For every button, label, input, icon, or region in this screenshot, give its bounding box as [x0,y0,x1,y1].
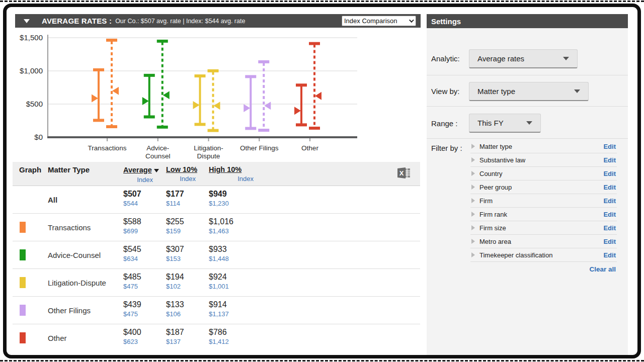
expand-triangle-icon[interactable] [471,225,475,230]
average-index-value[interactable]: $634 [123,255,166,262]
filter-item-row: Country Edit [470,167,617,180]
excel-export-icon[interactable]: X [397,167,420,186]
table-row: Other $400$623 $187$137 $786$1,412 [13,324,420,352]
average-index-value[interactable]: $699 [123,227,166,235]
average-value: $439 [123,300,166,309]
average-marker-icon [112,87,119,95]
expand-triangle-icon[interactable] [471,212,475,217]
low10-index-link[interactable]: Index [180,175,209,183]
average-index-value[interactable]: $544 [123,200,166,207]
svg-text:Advice-Counsel: Advice-Counsel [145,144,171,160]
high10-index-value[interactable]: $1,463 [209,227,267,235]
low10-sort-link[interactable]: Low 10% [166,165,209,173]
filter-by-label: Filter by : [431,144,462,152]
filter-edit-link[interactable]: Edit [603,251,616,259]
high10-value: $933 [209,245,267,254]
expand-triangle-icon[interactable] [471,171,475,176]
filter-item-label: Peer group [479,184,512,191]
col-average: Average Index [123,165,166,186]
high10-index-value[interactable]: $1,412 [209,338,267,345]
average-value: $507 [123,190,166,199]
filter-item-label: Metro area [479,238,511,245]
analytic-dropdown[interactable]: Average rates [469,49,578,68]
average-value: $485 [123,273,166,282]
filter-item-row: Timekeeper classification Edit [470,248,617,262]
low10-index-value[interactable]: $106 [166,310,209,318]
series-color-swatch [20,332,26,343]
low10-value: $133 [166,300,209,309]
svg-text:X: X [399,169,404,177]
high10-value: $1,016 [209,217,267,226]
svg-text:Litigation-Dispute: Litigation-Dispute [194,144,223,160]
collapse-triangle-icon[interactable] [24,19,30,23]
filter-edit-link[interactable]: Edit [603,156,616,164]
expand-triangle-icon[interactable] [471,239,475,244]
low10-index-value[interactable]: $114 [166,200,209,207]
filter-item-label: Firm rank [479,211,507,218]
expand-triangle-icon[interactable] [471,252,475,257]
dropdown-triangle-icon [526,121,532,125]
high10-index-value[interactable]: $1,230 [209,200,267,207]
low10-index-value[interactable]: $102 [166,283,209,290]
col-graph: Graph [13,165,48,186]
low10-value: $177 [166,190,209,199]
svg-text:Other: Other [301,144,318,152]
dropdown-triangle-icon [574,89,580,93]
average-index-value[interactable]: $623 [123,338,166,345]
filter-edit-link[interactable]: Edit [603,170,616,177]
filter-edit-link[interactable]: Edit [603,211,616,218]
high10-index-value[interactable]: $1,137 [209,310,267,318]
range-label: Range : [431,119,458,128]
average-index-value[interactable]: $475 [123,283,166,290]
high10-value: $914 [209,300,267,309]
low10-index-value[interactable]: $159 [166,227,209,235]
rates-chart: $0$500$1,000$1,500TransactionsAdvice-Cou… [16,29,419,161]
col-low10: Low 10% Index [166,165,209,186]
ourco-range-bar [193,76,206,124]
filter-edit-link[interactable]: Edit [603,143,616,150]
rates-table-body: All $507$544 $177$114 $949$1,230 Transac… [13,186,420,352]
index-range-bar [106,40,119,127]
filter-item-row: Firm rank Edit [470,208,617,221]
average-sort-link[interactable]: Average [123,166,152,174]
filter-item-label: Substantive law [479,156,525,164]
average-index-link[interactable]: Index [137,176,166,184]
matter-type-label: Other [48,334,123,342]
filter-edit-link[interactable]: Edit [603,224,616,232]
svg-text:$500: $500 [26,100,43,108]
low10-index-value[interactable]: $153 [166,255,209,262]
ourco-range-bar [244,76,256,128]
clear-all-link[interactable]: Clear all [589,265,616,273]
index-range-bar [157,41,170,127]
analytic-label: Analytic: [431,54,460,63]
high10-index-link[interactable]: Index [237,175,267,183]
clear-all-row: Clear all [470,262,617,277]
filter-edit-link[interactable]: Edit [603,184,616,191]
low10-index-value[interactable]: $137 [166,338,209,345]
average-marker-icon [294,107,301,115]
average-value: $545 [123,245,166,254]
svg-text:$1,000: $1,000 [20,66,43,75]
average-value: $588 [123,217,166,226]
filter-edit-link[interactable]: Edit [603,238,616,245]
table-row: Litigation-Dispute $485$475 $194$102 $92… [13,269,420,297]
expand-triangle-icon[interactable] [471,144,475,149]
average-index-value[interactable]: $475 [123,310,166,318]
viewby-dropdown[interactable]: Matter type [469,82,589,101]
average-marker-icon [163,91,170,99]
expand-triangle-icon[interactable] [471,157,475,162]
high10-value: $786 [209,328,267,337]
expand-triangle-icon[interactable] [471,185,475,190]
filter-item-row: Firm size Edit [470,221,617,235]
filter-list: Matter type Edit Substantive law Edit Co… [470,140,617,277]
comparison-select[interactable]: Index Comparison [342,16,416,26]
filter-edit-link[interactable]: Edit [603,197,616,205]
table-row: Transactions $588$699 $255$159 $1,016$1,… [13,214,420,241]
high10-index-value[interactable]: $1,448 [209,255,267,262]
expand-triangle-icon[interactable] [471,198,475,203]
filter-item-label: Firm size [479,224,506,232]
range-dropdown[interactable]: This FY [469,114,541,133]
high10-sort-link[interactable]: High 10% [209,165,267,173]
high10-index-value[interactable]: $1,001 [209,283,267,290]
dropdown-triangle-icon [563,57,569,60]
